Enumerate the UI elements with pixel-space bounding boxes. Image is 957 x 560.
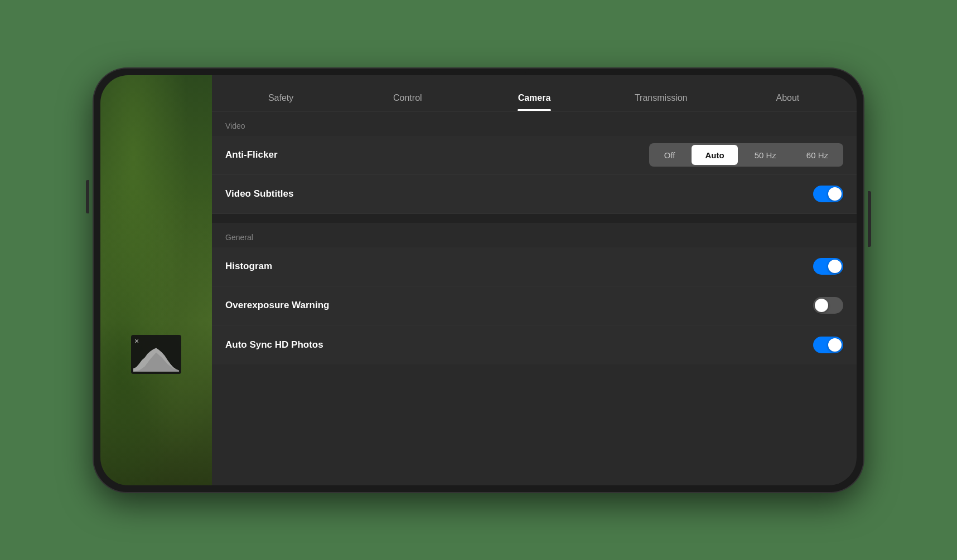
anti-flicker-50hz[interactable]: 50 Hz [741, 145, 790, 165]
settings-content: Video Anti-Flicker Off Auto 50 Hz [212, 111, 857, 485]
anti-flicker-row: Anti-Flicker Off Auto 50 Hz 60 Hz [212, 136, 857, 175]
video-section-header: Video [212, 111, 857, 136]
toggle-knob [815, 299, 828, 312]
video-subtitles-row: Video Subtitles [212, 175, 857, 214]
volume-button [86, 180, 89, 213]
camera-feed: × [100, 75, 212, 485]
settings-panel: Safety Control Camera Transmission About [212, 75, 857, 485]
histogram-close-button[interactable]: × [134, 337, 139, 345]
histogram-toggle[interactable] [813, 258, 843, 275]
overexposure-toggle[interactable] [813, 297, 843, 314]
anti-flicker-control[interactable]: Off Auto 50 Hz 60 Hz [649, 143, 843, 167]
tab-control[interactable]: Control [344, 93, 471, 111]
toggle-knob [828, 260, 842, 273]
anti-flicker-label: Anti-Flicker [225, 149, 649, 160]
tab-about[interactable]: About [724, 93, 851, 111]
histogram-svg [133, 346, 179, 372]
phone-frame: × Safety Cont [94, 69, 863, 492]
tab-safety[interactable]: Safety [218, 93, 344, 111]
tab-transmission[interactable]: Transmission [598, 93, 724, 111]
general-section-header: General [212, 223, 857, 247]
histogram-popup: × [131, 335, 181, 374]
auto-sync-row: Auto Sync HD Photos [212, 325, 857, 364]
power-button [868, 191, 871, 247]
overexposure-label: Overexposure Warning [225, 300, 813, 311]
auto-sync-toggle[interactable] [813, 337, 843, 353]
video-subtitles-toggle[interactable] [813, 186, 843, 202]
tab-camera[interactable]: Camera [471, 93, 597, 111]
overexposure-warning-row: Overexposure Warning [212, 286, 857, 325]
phone-screen: × Safety Cont [100, 75, 857, 485]
anti-flicker-off[interactable]: Off [651, 145, 689, 165]
toggle-knob [828, 338, 842, 352]
section-divider [212, 214, 857, 223]
anti-flicker-60hz[interactable]: 60 Hz [793, 145, 842, 165]
tab-bar: Safety Control Camera Transmission About [212, 75, 857, 111]
anti-flicker-auto[interactable]: Auto [692, 145, 737, 165]
histogram-row: Histogram [212, 247, 857, 286]
top-notch [428, 69, 529, 73]
auto-sync-label: Auto Sync HD Photos [225, 339, 813, 350]
toggle-knob [828, 187, 842, 201]
histogram-label: Histogram [225, 261, 813, 272]
video-subtitles-label: Video Subtitles [225, 188, 813, 199]
camera-panel: × [100, 75, 212, 485]
